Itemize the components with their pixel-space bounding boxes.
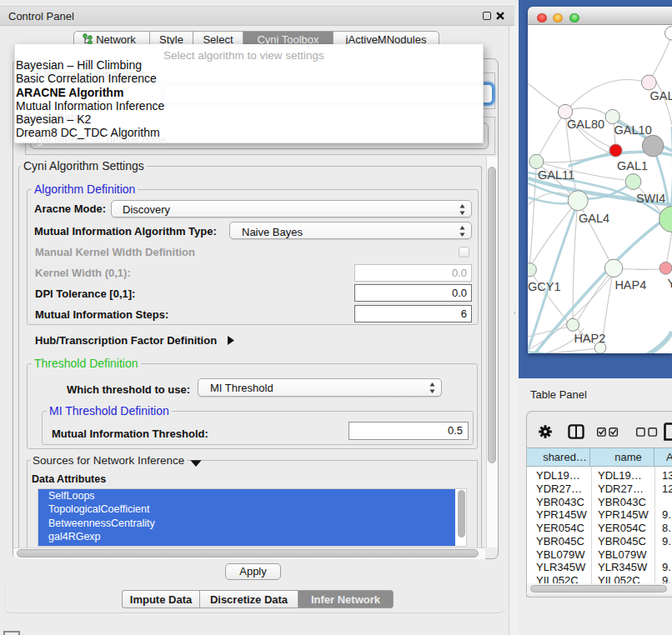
svg-text:GAL: GAL (650, 89, 672, 102)
svg-text:GAL1: GAL1 (617, 159, 648, 172)
svg-text:HAP2: HAP2 (574, 332, 605, 345)
svg-text:SWI4: SWI4 (636, 192, 665, 205)
svg-text:GCY1: GCY1 (528, 280, 561, 293)
svg-text:GAL4: GAL4 (579, 212, 609, 225)
svg-text:GAL80: GAL80 (567, 118, 604, 131)
svg-text:Y: Y (667, 277, 672, 290)
svg-text:GAL11: GAL11 (538, 168, 574, 182)
svg-text:GAL10: GAL10 (614, 123, 652, 137)
svg-text:HAP4: HAP4 (614, 278, 646, 292)
